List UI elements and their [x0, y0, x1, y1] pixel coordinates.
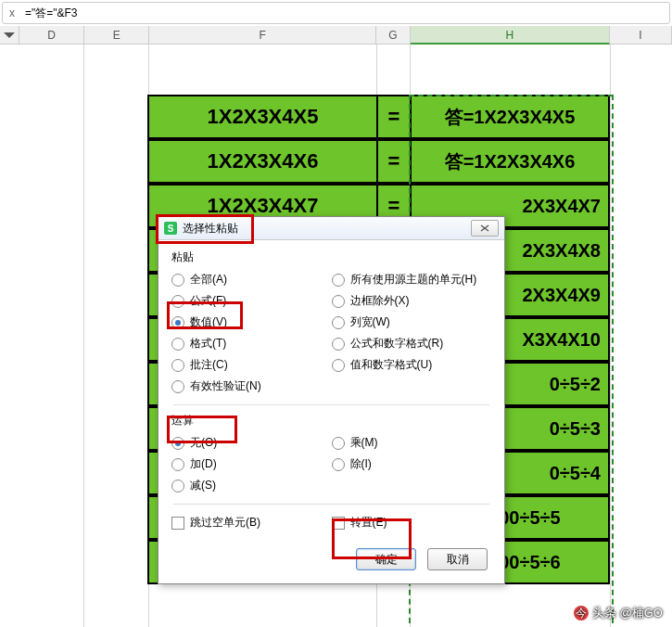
cell-f[interactable]: 1X2X3X4X5 [147, 95, 376, 139]
cell-g[interactable]: = [376, 139, 410, 184]
radio-comments[interactable]: 批注(C) [171, 354, 332, 376]
opt-label: 格式(T) [190, 336, 226, 352]
check-skip-blanks[interactable]: 跳过空单元(B) [171, 512, 332, 533]
table-row: 1X2X3X4X6=答=1X2X3X4X6 [147, 139, 611, 184]
opt-label: 减(S) [190, 478, 216, 493]
app-icon: S [164, 222, 177, 235]
cell-h[interactable]: 答=1X2X3X4X5 [410, 95, 610, 139]
formula-bar: x [2, 2, 670, 24]
opt-label: 加(D) [190, 456, 217, 472]
radio-theme[interactable]: 所有使用源主题的单元(H) [332, 269, 492, 290]
check-transpose[interactable]: 转置(E) [332, 512, 492, 533]
radio-values[interactable]: 数值(V) [171, 312, 332, 333]
op-group-label: 运算 [171, 413, 491, 429]
radio-all[interactable]: 全部(A) [171, 269, 332, 290]
opt-label: 公式(F) [190, 293, 226, 309]
cell-f[interactable]: 1X2X3X4X6 [147, 139, 376, 184]
col-header-I[interactable]: I [610, 26, 672, 45]
operation-options: 无(O) 加(D) 减(S) 乘(M) 除(I) [171, 432, 491, 496]
formula-input[interactable] [21, 3, 669, 23]
watermark-icon: 今 [574, 606, 589, 621]
dialog-body: 粘贴 全部(A) 公式(F) 数值(V) 格式(T) 批注(C) 有效性验证(N… [158, 240, 504, 533]
cancel-button[interactable]: 取消 [427, 548, 488, 570]
opt-label: 数值(V) [190, 314, 227, 330]
opt-label: 公式和数字格式(R) [350, 336, 444, 352]
opt-label: 值和数字格式(U) [350, 357, 433, 373]
radio-add[interactable]: 加(D) [171, 454, 332, 475]
formula-bar-label: x [3, 6, 21, 19]
cell-g[interactable]: = [376, 95, 410, 139]
opt-label: 除(I) [350, 456, 372, 472]
opt-label: 乘(M) [350, 435, 378, 451]
radio-formulas[interactable]: 公式(F) [171, 290, 332, 312]
dialog-footer: 确定 取消 [158, 537, 504, 583]
radio-multiply[interactable]: 乘(M) [332, 432, 492, 454]
opt-label: 全部(A) [190, 272, 227, 288]
paste-group-label: 粘贴 [171, 250, 491, 265]
dialog-title: 选择性粘贴 [183, 221, 471, 237]
paste-options: 全部(A) 公式(F) 数值(V) 格式(T) 批注(C) 有效性验证(N) 所… [171, 269, 491, 397]
col-header-D[interactable]: D [19, 26, 84, 45]
dialog-titlebar[interactable]: S 选择性粘贴 [158, 217, 504, 240]
radio-divide[interactable]: 除(I) [332, 454, 492, 475]
close-icon[interactable] [471, 220, 499, 237]
opt-label: 批注(C) [190, 357, 228, 373]
col-header-G[interactable]: G [376, 26, 411, 45]
radio-validation[interactable]: 有效性验证(N) [171, 376, 332, 397]
row-area: 1X2X3X4X5=答=1X2X3X4X5 1X2X3X4X6=答=1X2X3X… [0, 45, 672, 627]
radio-formula-num[interactable]: 公式和数字格式(R) [332, 333, 492, 354]
bottom-options: 跳过空单元(B) 转置(E) [171, 512, 491, 533]
paste-special-dialog: S 选择性粘贴 粘贴 全部(A) 公式(F) 数值(V) 格式(T) 批注(C)… [158, 216, 505, 584]
opt-label: 跳过空单元(B) [190, 515, 260, 531]
column-headers: D E F G H I [0, 26, 672, 45]
ok-button[interactable]: 确定 [356, 548, 416, 570]
opt-label: 列宽(W) [350, 314, 390, 330]
select-all-triangle[interactable] [0, 26, 19, 45]
radio-formats[interactable]: 格式(T) [171, 333, 332, 354]
spreadsheet-area: D E F G H I 1X2X3X4X5=答=1X2X3X4X5 1X2X3X… [0, 26, 672, 627]
cell-h[interactable]: 答=1X2X3X4X6 [410, 139, 610, 184]
separator [173, 504, 489, 505]
separator [173, 404, 489, 405]
opt-label: 所有使用源主题的单元(H) [350, 272, 477, 288]
opt-label: 边框除外(X) [350, 293, 410, 309]
radio-no-border[interactable]: 边框除外(X) [332, 290, 492, 312]
table-row: 1X2X3X4X5=答=1X2X3X4X5 [147, 95, 611, 139]
col-header-H[interactable]: H [411, 26, 610, 45]
watermark: 今 头条 @楠GO [574, 605, 663, 621]
col-header-F[interactable]: F [149, 26, 376, 45]
radio-subtract[interactable]: 减(S) [171, 475, 332, 496]
opt-label: 有效性验证(N) [190, 378, 261, 394]
radio-col-width[interactable]: 列宽(W) [332, 312, 492, 333]
opt-label: 转置(E) [350, 515, 387, 531]
opt-label: 无(O) [190, 435, 217, 451]
radio-none[interactable]: 无(O) [171, 432, 332, 454]
radio-value-num[interactable]: 值和数字格式(U) [332, 354, 492, 376]
watermark-text: 头条 @楠GO [592, 605, 663, 621]
col-header-E[interactable]: E [84, 26, 149, 45]
